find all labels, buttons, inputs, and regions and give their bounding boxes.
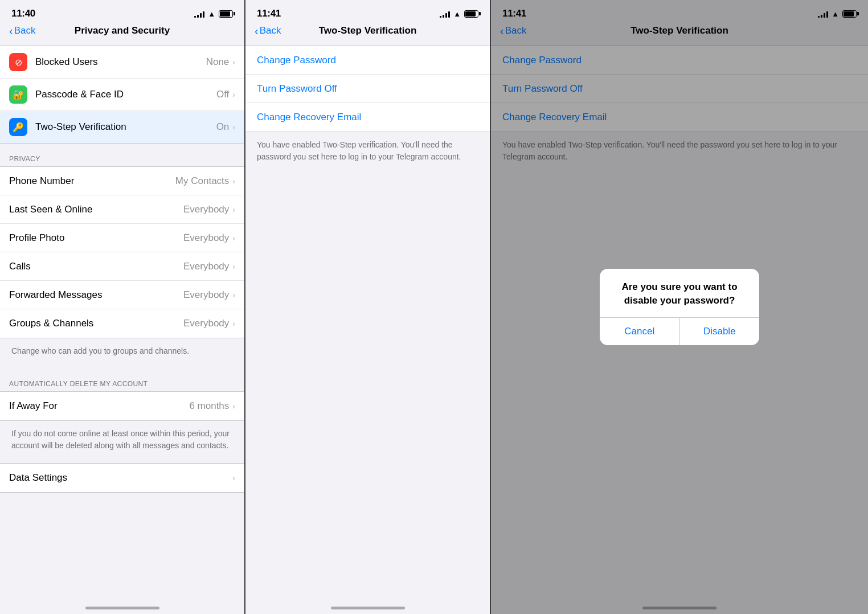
passcode-item[interactable]: 🔐 Passcode & Face ID Off ›: [0, 79, 244, 111]
back-button-2[interactable]: ‹ Back: [255, 24, 281, 38]
change-password-label-2: Change Password: [257, 55, 336, 66]
profile-photo-value: Everybody: [183, 232, 229, 244]
nav-bar-1: ‹ Back Privacy and Security: [0, 23, 244, 41]
passcode-label: Passcode & Face ID: [35, 89, 216, 100]
cancel-button[interactable]: Cancel: [600, 318, 679, 345]
status-bar-1: 11:40 ▲: [0, 0, 244, 23]
dialog-buttons: Cancel Disable: [600, 317, 759, 345]
back-chevron-2: ‹: [255, 24, 259, 38]
calls-label: Calls: [9, 261, 183, 272]
phone-number-chevron: ›: [232, 177, 235, 186]
phone-number-value: My Contacts: [175, 175, 229, 187]
profile-photo-chevron: ›: [232, 234, 235, 243]
wifi-icon-1: ▲: [208, 10, 215, 18]
if-away-for-item[interactable]: If Away For 6 months ›: [0, 392, 244, 420]
auto-delete-note: If you do not come online at least once …: [0, 421, 244, 459]
home-indicator-2: [331, 607, 405, 609]
phone-number-label: Phone Number: [9, 175, 175, 187]
two-step-value: On: [216, 121, 230, 133]
signal-icon-1: [194, 10, 204, 18]
data-settings-section: Data Settings ›: [0, 463, 244, 493]
forwarded-messages-item[interactable]: Forwarded Messages Everybody ›: [0, 281, 244, 309]
page-title-2: Two-Step Verification: [319, 25, 417, 36]
blocked-users-label: Blocked Users: [35, 56, 206, 68]
dialog-overlay: Are you sure you want to disable your pa…: [491, 0, 868, 614]
two-step-item[interactable]: 🔑 Two-Step Verification On ›: [0, 111, 244, 143]
last-seen-chevron: ›: [232, 205, 235, 214]
panel-two-step-2: 11:41 ▲ ‹ Back Two-Step Verification Cha…: [491, 0, 868, 614]
status-time-1: 11:40: [11, 8, 35, 19]
passcode-value: Off: [216, 89, 229, 100]
panel-privacy-security: 11:40 ▲ ‹ Back Privacy and Security: [0, 0, 245, 614]
data-settings-chevron: ›: [232, 473, 235, 482]
last-seen-item[interactable]: Last Seen & Online Everybody ›: [0, 195, 244, 224]
calls-value: Everybody: [183, 261, 229, 272]
groups-note: Change who can add you to groups and cha…: [0, 338, 244, 364]
profile-photo-item[interactable]: Profile Photo Everybody ›: [0, 224, 244, 252]
battery-icon-2: [464, 10, 478, 18]
blocked-users-value: None: [206, 56, 230, 68]
if-away-for-label: If Away For: [9, 400, 189, 412]
status-icons-2: ▲: [440, 10, 478, 18]
disable-button[interactable]: Disable: [679, 318, 760, 345]
change-recovery-email-item-2[interactable]: Change Recovery Email: [245, 103, 490, 132]
battery-icon-1: [219, 10, 233, 18]
back-label-2: Back: [260, 25, 281, 36]
dialog-title: Are you sure you want to disable your pa…: [609, 280, 750, 308]
forwarded-messages-chevron: ›: [232, 290, 235, 300]
blocked-users-icon: ⊘: [9, 53, 27, 71]
tsv-options-2: Change Password Turn Password Off Change…: [245, 46, 490, 132]
back-label-1: Back: [14, 25, 36, 36]
groups-channels-value: Everybody: [183, 318, 229, 329]
two-step-chevron: ›: [232, 122, 235, 132]
privacy-section: Phone Number My Contacts › Last Seen & O…: [0, 166, 244, 338]
page-title-1: Privacy and Security: [75, 25, 170, 36]
security-section: ⊘ Blocked Users None › 🔐 Passcode & Face…: [0, 46, 244, 144]
profile-photo-label: Profile Photo: [9, 232, 183, 244]
signal-icon-2: [440, 10, 450, 18]
last-seen-label: Last Seen & Online: [9, 204, 183, 215]
passcode-icon: 🔐: [9, 85, 27, 104]
dialog-content: Are you sure you want to disable your pa…: [600, 269, 759, 318]
groups-channels-item[interactable]: Groups & Channels Everybody ›: [0, 309, 244, 338]
change-recovery-email-label-2: Change Recovery Email: [257, 112, 361, 123]
forwarded-messages-label: Forwarded Messages: [9, 289, 183, 301]
status-bar-2: 11:41 ▲: [245, 0, 490, 23]
panel-two-step-1: 11:41 ▲ ‹ Back Two-Step Verification Cha: [245, 0, 490, 614]
groups-channels-chevron: ›: [232, 319, 235, 328]
auto-delete-section: If Away For 6 months ›: [0, 391, 244, 421]
disable-password-dialog: Are you sure you want to disable your pa…: [600, 269, 759, 346]
nav-bar-2: ‹ Back Two-Step Verification: [245, 23, 490, 41]
if-away-for-value: 6 months: [189, 400, 229, 412]
last-seen-value: Everybody: [183, 204, 229, 215]
calls-item[interactable]: Calls Everybody ›: [0, 252, 244, 281]
panel1-content: ⊘ Blocked Users None › 🔐 Passcode & Face…: [0, 41, 244, 614]
tsv-desc-2: You have enabled Two-Step verification. …: [245, 132, 490, 170]
blocked-users-chevron: ›: [232, 58, 235, 67]
two-step-icon: 🔑: [9, 118, 27, 136]
data-settings-item[interactable]: Data Settings ›: [0, 464, 244, 492]
two-step-label: Two-Step Verification: [35, 121, 216, 133]
groups-channels-label: Groups & Channels: [9, 318, 183, 329]
data-settings-label: Data Settings: [9, 472, 232, 484]
forwarded-messages-value: Everybody: [183, 289, 229, 301]
calls-chevron: ›: [232, 262, 235, 271]
blocked-users-item[interactable]: ⊘ Blocked Users None ›: [0, 46, 244, 79]
auto-delete-header: AUTOMATICALLY DELETE MY ACCOUNT: [0, 369, 244, 391]
back-button-1[interactable]: ‹ Back: [9, 24, 35, 38]
if-away-for-chevron: ›: [232, 402, 235, 411]
status-icons-1: ▲: [194, 10, 233, 18]
privacy-section-header: PRIVACY: [0, 144, 244, 166]
change-password-item-2[interactable]: Change Password: [245, 46, 490, 75]
phone-number-item[interactable]: Phone Number My Contacts ›: [0, 167, 244, 195]
wifi-icon-2: ▲: [453, 10, 461, 18]
panel2-content: Change Password Turn Password Off Change…: [245, 41, 490, 614]
status-time-2: 11:41: [257, 8, 281, 19]
passcode-chevron: ›: [232, 90, 235, 99]
home-indicator-1: [85, 607, 159, 609]
turn-password-off-item-2[interactable]: Turn Password Off: [245, 75, 490, 103]
turn-password-off-label-2: Turn Password Off: [257, 83, 337, 95]
back-chevron-1: ‹: [9, 24, 13, 38]
